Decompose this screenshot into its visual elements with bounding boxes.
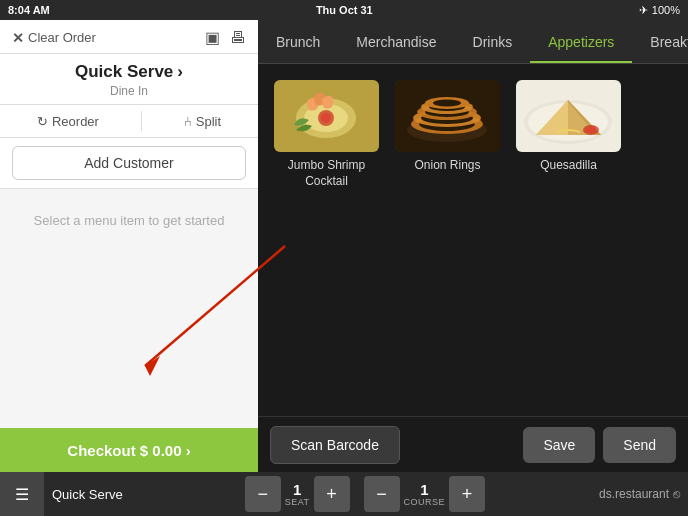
hamburger-icon: ☰ bbox=[15, 485, 29, 504]
bottom-venue-label: Quick Serve bbox=[44, 487, 131, 502]
save-button[interactable]: Save bbox=[523, 427, 595, 463]
venue-name[interactable]: Quick Serve › bbox=[0, 62, 258, 82]
domain-label: ds.restaurant bbox=[599, 487, 669, 501]
left-header: ✕ Clear Order ▣ 🖶 bbox=[0, 20, 258, 54]
svg-point-6 bbox=[321, 113, 331, 123]
tab-brunch[interactable]: Brunch bbox=[258, 20, 338, 63]
seat-plus-button[interactable]: + bbox=[314, 476, 350, 512]
bottom-right: ds.restaurant ⎋ bbox=[599, 487, 688, 501]
onion-image bbox=[395, 80, 500, 152]
menu-item-shrimp[interactable]: Jumbo ShrimpCocktail bbox=[274, 80, 379, 189]
seat-count: 1 bbox=[293, 482, 301, 497]
course-count: 1 bbox=[420, 482, 428, 497]
split-icon: ⑃ bbox=[184, 114, 192, 129]
seat-label: SEAT bbox=[285, 497, 310, 507]
shrimp-name: Jumbo ShrimpCocktail bbox=[288, 158, 365, 189]
checkout-label: Checkout $ 0.00 › bbox=[67, 442, 190, 459]
seat-count-block: 1 SEAT bbox=[285, 482, 310, 507]
battery-level: 100% bbox=[652, 4, 680, 16]
add-customer-section: Add Customer bbox=[0, 138, 258, 189]
tabs-bar: Brunch Merchandise Drinks Appetizers Bre… bbox=[258, 20, 688, 64]
course-count-block: 1 COURSE bbox=[404, 482, 446, 507]
hamburger-menu-button[interactable]: ☰ bbox=[0, 472, 44, 516]
onion-name: Onion Rings bbox=[414, 158, 480, 174]
reorder-button[interactable]: ↻ Reorder bbox=[37, 114, 99, 129]
venue-chevron: › bbox=[177, 62, 183, 82]
status-date: Thu Oct 31 bbox=[316, 4, 373, 16]
tab-drinks[interactable]: Drinks bbox=[455, 20, 531, 63]
status-time: 8:04 AM bbox=[8, 4, 50, 16]
logout-icon[interactable]: ⎋ bbox=[673, 487, 680, 501]
checkout-bar[interactable]: Checkout $ 0.00 › bbox=[0, 428, 258, 472]
scan-barcode-button[interactable]: Scan Barcode bbox=[270, 426, 400, 464]
status-indicators: ✈ 100% bbox=[639, 4, 680, 17]
shrimp-image bbox=[274, 80, 379, 152]
menu-item-quesadilla[interactable]: Quesadilla bbox=[516, 80, 621, 174]
order-actions: ↻ Reorder ⑃ Split bbox=[0, 105, 258, 138]
course-label: COURSE bbox=[404, 497, 446, 507]
menu-item-onion[interactable]: Onion Rings bbox=[395, 80, 500, 174]
course-plus-button[interactable]: + bbox=[449, 476, 485, 512]
clear-order-label: Clear Order bbox=[28, 30, 96, 45]
print-icon[interactable]: 🖶 bbox=[230, 29, 246, 47]
tab-appetizers[interactable]: Appetizers bbox=[530, 20, 632, 63]
venue-section: Quick Serve › Dine In bbox=[0, 54, 258, 105]
menu-grid: Jumbo ShrimpCocktail bbox=[258, 64, 688, 472]
bottom-actions-bar: Scan Barcode Save Send bbox=[258, 416, 688, 472]
send-button[interactable]: Send bbox=[603, 427, 676, 463]
tab-breakfast[interactable]: Breakfast bbox=[632, 20, 688, 63]
bottom-controls: − 1 SEAT + − 1 COURSE + bbox=[131, 476, 599, 512]
airplane-icon: ✈ bbox=[639, 4, 648, 17]
svg-point-24 bbox=[592, 126, 596, 130]
status-bar: 8:04 AM Thu Oct 31 ✈ 100% bbox=[0, 0, 688, 20]
quesadilla-name: Quesadilla bbox=[540, 158, 597, 174]
empty-message: Select a menu item to get started bbox=[34, 213, 225, 228]
split-button[interactable]: ⑃ Split bbox=[184, 114, 221, 129]
quesadilla-image bbox=[516, 80, 621, 152]
header-icons: ▣ 🖶 bbox=[205, 28, 246, 47]
right-panel: Brunch Merchandise Drinks Appetizers Bre… bbox=[258, 20, 688, 472]
left-panel: ✕ Clear Order ▣ 🖶 Quick Serve › Dine In … bbox=[0, 20, 258, 472]
bottom-bar: ☰ Quick Serve − 1 SEAT + − 1 COURSE + ds… bbox=[0, 472, 688, 516]
add-customer-button[interactable]: Add Customer bbox=[12, 146, 246, 180]
course-minus-button[interactable]: − bbox=[364, 476, 400, 512]
clear-order-button[interactable]: ✕ Clear Order bbox=[12, 30, 96, 46]
reorder-icon: ↻ bbox=[37, 114, 48, 129]
dine-in-label: Dine In bbox=[0, 84, 258, 98]
tab-merchandise[interactable]: Merchandise bbox=[338, 20, 454, 63]
seat-minus-button[interactable]: − bbox=[245, 476, 281, 512]
screen-icon[interactable]: ▣ bbox=[205, 28, 220, 47]
svg-point-18 bbox=[433, 100, 461, 107]
close-icon: ✕ bbox=[12, 30, 24, 46]
